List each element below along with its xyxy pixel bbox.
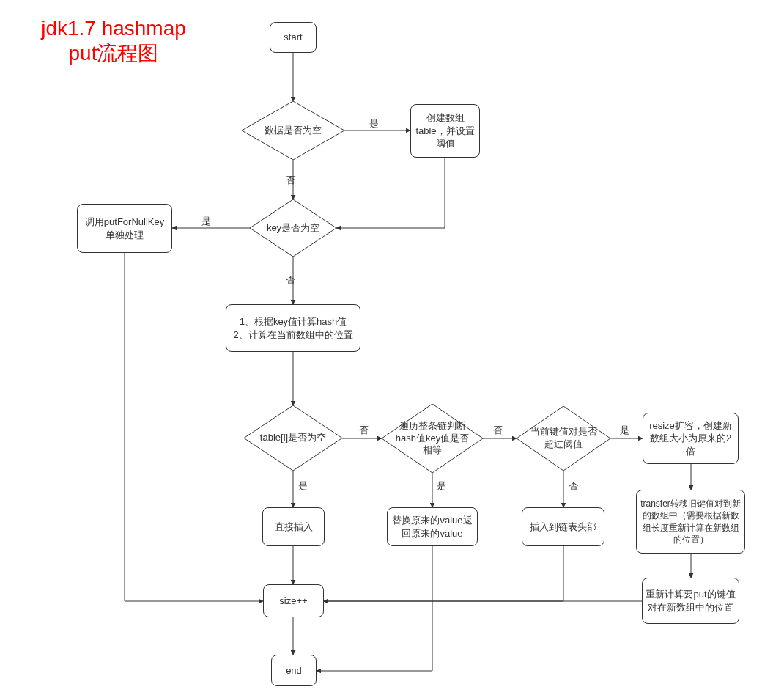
node-end-label: end: [286, 664, 302, 677]
label-threshold-yes: 是: [620, 424, 629, 437]
node-resize: resize扩容，创建新数组大小为原来的2倍: [643, 413, 739, 464]
node-direct-insert: 直接插入: [262, 507, 325, 546]
label-table-i-yes: 是: [298, 479, 308, 493]
diagram-title: jdk1.7 hashmap put流程图: [22, 16, 205, 65]
node-traverse: 遍历整条链判断hash值key值是否相等: [382, 404, 483, 473]
node-put-for-null-label: 调用putForNullKey单独处理: [81, 216, 169, 241]
label-data-empty-yes: 是: [369, 117, 379, 130]
node-traverse-label: 遍历整条链判断hash值key值是否相等: [392, 420, 473, 457]
node-threshold: 当前键值对是否超过阈值: [517, 406, 610, 471]
node-create-table-label: 创建数组table，并设置阈值: [414, 111, 476, 150]
node-replace-val: 替换原来的value返回原来的value: [387, 507, 478, 546]
node-sizepp-label: size++: [279, 595, 307, 608]
label-key-null-no: 否: [286, 273, 295, 287]
title-line2: put流程图: [69, 42, 159, 65]
label-table-i-no: 否: [359, 424, 369, 437]
node-put-for-null: 调用putForNullKey单独处理: [77, 204, 172, 253]
node-insert-head: 插入到链表头部: [522, 507, 604, 546]
node-calc-hash: 1、根据key值计算hash值 2、计算在当前数组中的位置: [226, 304, 360, 352]
node-key-null: key是否为空: [250, 199, 336, 257]
node-data-empty: 数据是否为空: [242, 101, 344, 160]
node-start: start: [270, 22, 317, 53]
node-transfer: transfer转移旧键值对到新的数组中（需要根据新数组长度重新计算在新数组的位…: [636, 490, 745, 554]
node-start-label: start: [284, 31, 302, 44]
title-line1: jdk1.7 hashmap: [41, 17, 186, 40]
label-threshold-no: 否: [569, 479, 578, 493]
node-threshold-label: 当前键值对是否超过阈值: [527, 426, 600, 451]
node-create-table: 创建数组table，并设置阈值: [410, 104, 480, 158]
node-data-empty-label: 数据是否为空: [265, 125, 322, 137]
node-insert-head-label: 插入到链表头部: [530, 521, 596, 534]
node-transfer-label: transfer转移旧键值对到新的数组中（需要根据新数组长度重新计算在新数组的位…: [640, 498, 742, 545]
node-direct-insert-label: 直接插入: [275, 521, 313, 534]
label-key-null-yes: 是: [201, 215, 211, 228]
node-table-i-label: table[i]是否为空: [260, 432, 326, 444]
node-end: end: [271, 655, 317, 686]
node-calc-hash-label: 1、根据key值计算hash值 2、计算在当前数组中的位置: [233, 315, 352, 341]
node-recalc: 重新计算要put的键值对在新数组中的位置: [642, 578, 739, 624]
node-key-null-label: key是否为空: [267, 222, 319, 235]
label-traverse-no: 否: [493, 424, 503, 437]
node-recalc-label: 重新计算要put的键值对在新数组中的位置: [646, 588, 736, 614]
label-traverse-yes: 是: [437, 479, 446, 493]
node-replace-val-label: 替换原来的value返回原来的value: [391, 514, 474, 540]
node-resize-label: resize扩容，创建新数组大小为原来的2倍: [646, 419, 735, 458]
label-data-empty-no: 否: [286, 174, 295, 187]
node-table-i: table[i]是否为空: [244, 405, 342, 471]
node-sizepp: size++: [263, 584, 324, 617]
